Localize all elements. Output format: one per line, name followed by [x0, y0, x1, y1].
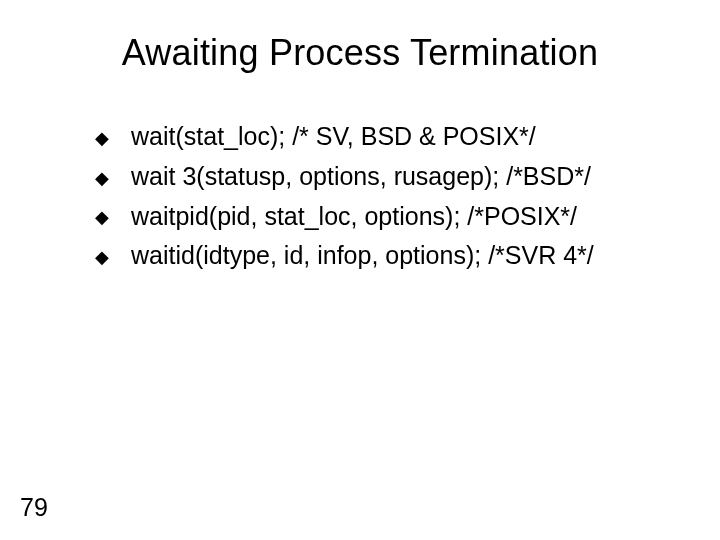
slide: Awaiting Process Termination ◆ wait(stat…	[0, 0, 720, 540]
list-item-text: wait(stat_loc); /* SV, BSD & POSIX*/	[131, 120, 536, 154]
list-item: ◆ wait(stat_loc); /* SV, BSD & POSIX*/	[95, 120, 680, 154]
slide-title: Awaiting Process Termination	[0, 32, 720, 74]
bullet-list: ◆ wait(stat_loc); /* SV, BSD & POSIX*/ ◆…	[95, 120, 680, 279]
list-item: ◆ wait 3(statusp, options, rusagep); /*B…	[95, 160, 680, 194]
list-item-text: waitid(idtype, id, infop, options); /*SV…	[131, 239, 594, 273]
list-item: ◆ waitpid(pid, stat_loc, options); /*POS…	[95, 200, 680, 234]
diamond-bullet-icon: ◆	[95, 208, 109, 226]
diamond-bullet-icon: ◆	[95, 248, 109, 266]
list-item-text: wait 3(statusp, options, rusagep); /*BSD…	[131, 160, 591, 194]
list-item-text: waitpid(pid, stat_loc, options); /*POSIX…	[131, 200, 577, 234]
diamond-bullet-icon: ◆	[95, 129, 109, 147]
page-number: 79	[20, 493, 48, 522]
list-item: ◆ waitid(idtype, id, infop, options); /*…	[95, 239, 680, 273]
diamond-bullet-icon: ◆	[95, 169, 109, 187]
